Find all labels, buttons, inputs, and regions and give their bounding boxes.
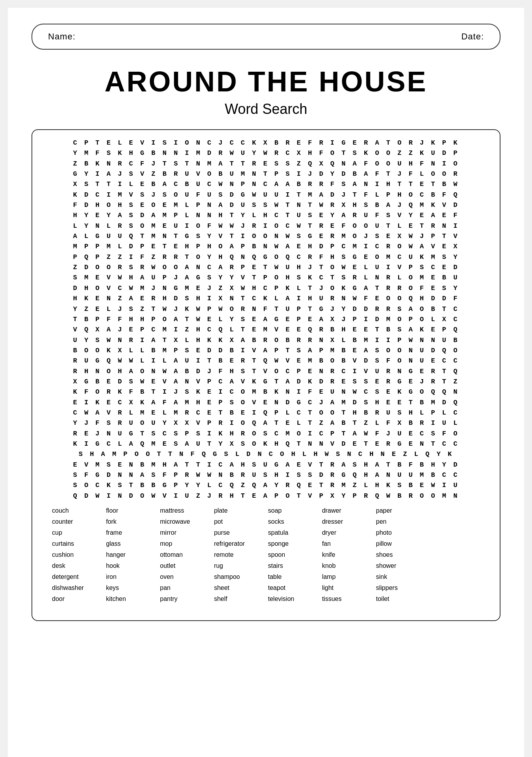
- puzzle-container: C P T E L E V I S I O N C J C C K X B R …: [32, 129, 500, 621]
- title-section: Around The House Word Search: [32, 65, 500, 117]
- word-item: door: [52, 593, 102, 604]
- word-item: spatula: [268, 527, 318, 538]
- word-item: shampoo: [214, 571, 264, 582]
- word-item: paper: [376, 505, 426, 516]
- word-item: socks: [268, 516, 318, 527]
- word-item: knife: [322, 549, 372, 560]
- word-item: keys: [106, 582, 156, 593]
- word-item: shelf: [214, 593, 264, 604]
- word-item: rug: [214, 560, 264, 571]
- word-item: plate: [214, 505, 264, 516]
- word-item: toilet: [376, 593, 426, 604]
- word-item: dryer: [322, 527, 372, 538]
- word-item: lamp: [322, 571, 372, 582]
- word-item: iron: [106, 571, 156, 582]
- word-column-5: drawerdresserdryerfanknifeknoblamplightt…: [322, 505, 372, 604]
- word-item: cushion: [52, 549, 102, 560]
- word-item: shower: [376, 560, 426, 571]
- name-label: Name:: [48, 32, 76, 42]
- word-column-6: paperpenphotopillowshoesshowersinkslippe…: [376, 505, 426, 604]
- word-item: remote: [214, 549, 264, 560]
- word-item: tissues: [322, 593, 372, 604]
- main-title: Around The House: [32, 65, 500, 98]
- word-column-4: soapsocksspatulaspongespoonstairstablete…: [268, 505, 318, 604]
- page: Name: Date: Around The House Word Search…: [8, 8, 524, 757]
- word-item: pen: [376, 516, 426, 527]
- word-item: pantry: [160, 593, 210, 604]
- word-item: pot: [214, 516, 264, 527]
- word-item: pillow: [376, 538, 426, 549]
- word-item: ottoman: [160, 549, 210, 560]
- word-item: sponge: [268, 538, 318, 549]
- word-item: shoes: [376, 549, 426, 560]
- header-box: Name: Date:: [32, 24, 500, 50]
- word-item: sheet: [214, 582, 264, 593]
- word-item: soap: [268, 505, 318, 516]
- word-item: mirror: [160, 527, 210, 538]
- word-item: drawer: [322, 505, 372, 516]
- word-item: floor: [106, 505, 156, 516]
- word-item: light: [322, 582, 372, 593]
- word-item: purse: [214, 527, 264, 538]
- word-item: stairs: [268, 560, 318, 571]
- date-label: Date:: [461, 32, 484, 42]
- word-item: mattress: [160, 505, 210, 516]
- word-item: pan: [160, 582, 210, 593]
- word-item: photo: [376, 527, 426, 538]
- word-item: fork: [106, 516, 156, 527]
- word-item: knob: [322, 560, 372, 571]
- word-item: counter: [52, 516, 102, 527]
- word-column-0: couchcountercupcurtainscushiondeskdeterg…: [52, 505, 102, 604]
- word-item: desk: [52, 560, 102, 571]
- word-item: refrigerator: [214, 538, 264, 549]
- word-column-3: platepotpurserefrigeratorremoterugshampo…: [214, 505, 264, 604]
- word-item: microwave: [160, 516, 210, 527]
- word-item: television: [268, 593, 318, 604]
- word-item: table: [268, 571, 318, 582]
- sub-title: Word Search: [32, 101, 500, 117]
- word-item: hanger: [106, 549, 156, 560]
- word-column-1: floorforkframeglasshangerhookironkeyskit…: [106, 505, 156, 604]
- word-item: slippers: [376, 582, 426, 593]
- word-item: dishwasher: [52, 582, 102, 593]
- word-item: outlet: [160, 560, 210, 571]
- word-item: teapot: [268, 582, 318, 593]
- word-item: glass: [106, 538, 156, 549]
- word-item: curtains: [52, 538, 102, 549]
- word-list-section: couchcountercupcurtainscushiondeskdeterg…: [44, 501, 488, 612]
- word-item: dresser: [322, 516, 372, 527]
- word-item: oven: [160, 571, 210, 582]
- word-item: mop: [160, 538, 210, 549]
- word-grid: C P T E L E V I S I O N C J C C K X B R …: [44, 138, 488, 501]
- word-item: kitchen: [106, 593, 156, 604]
- word-item: hook: [106, 560, 156, 571]
- word-item: detergent: [52, 571, 102, 582]
- word-item: sink: [376, 571, 426, 582]
- word-item: couch: [52, 505, 102, 516]
- word-item: frame: [106, 527, 156, 538]
- word-item: fan: [322, 538, 372, 549]
- word-item: cup: [52, 527, 102, 538]
- word-column-2: mattressmicrowavemirrormopottomanoutleto…: [160, 505, 210, 604]
- word-item: spoon: [268, 549, 318, 560]
